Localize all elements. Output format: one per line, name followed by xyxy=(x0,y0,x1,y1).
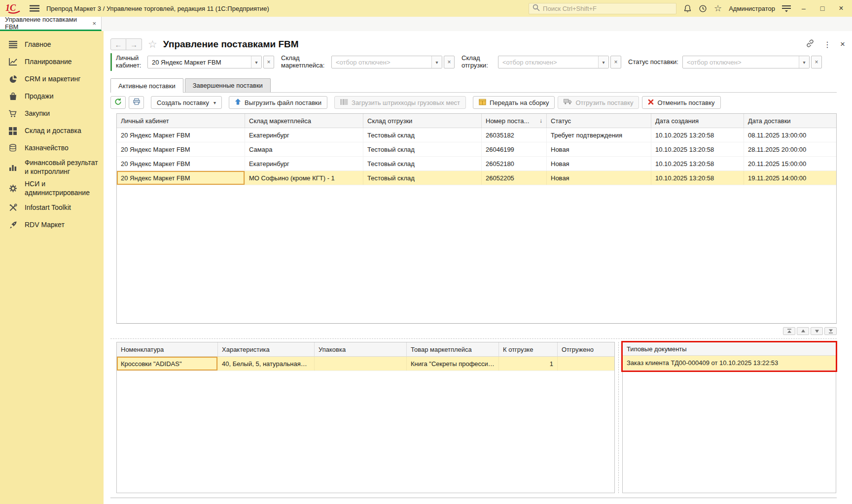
cabinet-clear-button[interactable]: × xyxy=(263,56,274,68)
cabinet-dropdown-icon[interactable]: ▾ xyxy=(251,56,261,68)
cabinet-filter-combo[interactable]: ▾ xyxy=(147,56,262,68)
column-header-mp-warehouse[interactable]: Склад маркетплейса xyxy=(245,114,363,128)
minimize-button[interactable]: – xyxy=(798,4,810,12)
sidebar-item-crm[interactable]: CRM и маркетинг xyxy=(0,70,104,88)
form-close-icon[interactable]: × xyxy=(840,39,845,49)
tab-completed-supplies[interactable]: Завершенные поставки xyxy=(185,78,271,92)
horizontal-splitter[interactable] xyxy=(110,338,837,339)
export-supply-file-button[interactable]: Выгрузить файл поставки xyxy=(229,96,327,109)
supplies-table: Личный кабинет Склад маркетплейса Склад … xyxy=(116,113,837,324)
history-icon[interactable] xyxy=(699,4,707,13)
column-header-cabinet[interactable]: Личный кабинет xyxy=(117,114,245,128)
active-filter-marker xyxy=(110,53,112,71)
ship-supply-button[interactable]: Отгрузить поставку xyxy=(558,96,639,109)
document-link-row[interactable]: Заказ клиента ТД00-000409 от 10.10.2025 … xyxy=(623,356,836,370)
shipping-warehouse-clear-button[interactable]: × xyxy=(610,56,621,68)
send-to-assembly-button[interactable]: Передать на сборку xyxy=(473,96,555,109)
sidebar-item-planning[interactable]: Планирование xyxy=(0,53,104,70)
shipping-warehouse-filter-label: Склад отгрузки: xyxy=(462,55,494,69)
status-filter-label: Статус поставки: xyxy=(628,59,678,66)
window-title: Препрод Маркет 3 / Управление торговлей,… xyxy=(46,5,269,12)
user-menu-icon[interactable] xyxy=(782,4,791,12)
sidebar-item-purchases[interactable]: Закупки xyxy=(0,105,104,122)
mp-warehouse-filter-combo[interactable]: ▾ xyxy=(331,56,442,68)
column-header-to-ship[interactable]: К отгрузке xyxy=(499,342,558,356)
go-first-row-button[interactable] xyxy=(783,327,795,335)
column-header-packaging[interactable]: Упаковка xyxy=(315,342,407,356)
sidebar-item-treasury[interactable]: Казначейство xyxy=(0,139,104,157)
print-button[interactable] xyxy=(129,96,144,109)
forward-button[interactable]: → xyxy=(126,38,142,50)
search-input[interactable] xyxy=(543,5,673,12)
row-up-button[interactable] xyxy=(797,327,809,335)
column-header-shipped[interactable]: Отгружено xyxy=(558,342,614,356)
sections-sidebar: Главное Планирование CRM и маркетинг Про… xyxy=(0,31,104,504)
sidebar-item-rdv-market[interactable]: RDV Маркет xyxy=(0,216,104,234)
export-arrow-icon xyxy=(235,99,241,106)
items-row-selected[interactable]: Кроссовки "ADIDAS" 40, Белый, 5, натурал… xyxy=(117,357,614,371)
more-actions-icon[interactable]: ⋮ xyxy=(823,40,831,49)
column-header-nomenclature[interactable]: Номенклатура xyxy=(117,342,218,356)
top-bar: 1С Препрод Маркет 3 / Управление торговл… xyxy=(0,0,852,17)
forward-icon: → xyxy=(130,40,138,49)
tab-active-supplies[interactable]: Активные поставки xyxy=(110,78,183,93)
notifications-bell-icon[interactable] xyxy=(683,4,692,13)
status-filter-combo[interactable]: ▾ xyxy=(682,56,810,68)
shipping-warehouse-dropdown-icon[interactable]: ▾ xyxy=(598,56,608,68)
row-down-button[interactable] xyxy=(811,327,823,335)
back-button[interactable]: ← xyxy=(110,38,126,50)
supplies-row-selected[interactable]: 20 Яндекс Маркет FBM МО Софьино (кроме К… xyxy=(117,171,836,185)
supplies-row[interactable]: 20 Яндекс Маркет FBM Самара Тестовый скл… xyxy=(117,142,836,157)
column-header-supply-number[interactable]: Номер поста... ↓ xyxy=(482,114,547,128)
favorites-star-icon[interactable]: ☆ xyxy=(714,4,722,13)
column-header-delivery-date[interactable]: Дата доставки xyxy=(744,114,836,128)
create-supply-button[interactable]: Создать поставку ▾ xyxy=(151,96,222,109)
refresh-button[interactable] xyxy=(110,96,126,109)
cabinet-filter-input[interactable] xyxy=(148,56,251,68)
status-dropdown-icon[interactable]: ▾ xyxy=(799,56,809,68)
column-header-created-date[interactable]: Дата создания xyxy=(651,114,744,128)
column-header-mp-product[interactable]: Товар маркетплейса xyxy=(407,342,499,356)
application-window: 1С Препрод Маркет 3 / Управление торговл… xyxy=(0,0,852,504)
go-last-row-button[interactable] xyxy=(824,327,837,335)
current-user-label[interactable]: Администратор xyxy=(729,5,775,12)
column-header-shipping-warehouse[interactable]: Склад отгрузки xyxy=(363,114,482,128)
global-search[interactable] xyxy=(529,3,676,14)
window-tab-close-icon[interactable]: × xyxy=(92,20,96,27)
mp-warehouse-clear-button[interactable]: × xyxy=(444,56,455,68)
status-filter-input[interactable] xyxy=(683,56,799,68)
sidebar-item-sales[interactable]: Продажи xyxy=(0,88,104,105)
supplies-row[interactable]: 20 Яндекс Маркет FBM Екатеринбург Тестов… xyxy=(117,128,836,142)
create-supply-dropdown-icon[interactable]: ▾ xyxy=(213,100,216,105)
favorite-star-icon[interactable]: ☆ xyxy=(148,38,157,50)
column-header-status[interactable]: Статус xyxy=(547,114,651,128)
supplies-row[interactable]: 20 Яндекс Маркет FBM Екатеринбург Тестов… xyxy=(117,157,836,171)
window-close-button[interactable]: × xyxy=(835,4,847,13)
active-cell[interactable]: 20 Яндекс Маркет FBM xyxy=(117,171,245,185)
supplies-tabs: Активные поставки Завершенные поставки xyxy=(110,78,271,92)
status-clear-button[interactable]: × xyxy=(811,56,822,68)
sidebar-item-infostart-toolkit[interactable]: Infostart Toolkit xyxy=(0,199,104,216)
get-link-icon[interactable] xyxy=(806,39,815,50)
column-header-characteristic[interactable]: Характеристика xyxy=(218,342,315,356)
cancel-supply-button[interactable]: Отменить поставку xyxy=(642,96,720,109)
sidebar-item-administration[interactable]: НСИ и администрирование xyxy=(0,178,104,199)
sidebar-item-main[interactable]: Главное xyxy=(0,36,104,53)
vertical-splitter[interactable] xyxy=(618,342,619,493)
typical-documents-panel: Типовые документы Заказ клиента ТД00-000… xyxy=(622,342,836,493)
shipping-warehouse-filter-input[interactable] xyxy=(498,56,598,68)
main-menu-hamburger-icon[interactable] xyxy=(30,5,39,12)
form-supply-management: ← → ☆ Управление поставками FBM ⋮ × Личн… xyxy=(104,31,852,504)
search-icon xyxy=(532,4,540,13)
shipping-warehouse-filter-combo[interactable]: ▾ xyxy=(498,56,609,68)
active-cell[interactable]: Кроссовки "ADIDAS" xyxy=(117,357,218,370)
window-tab-supply-management[interactable]: Управление поставками FBM × xyxy=(0,17,102,31)
barcode-icon xyxy=(340,99,348,106)
maximize-button[interactable]: □ xyxy=(816,4,828,12)
sidebar-item-finance[interactable]: Финансовый результат и контроллинг xyxy=(0,157,104,178)
mp-warehouse-dropdown-icon[interactable]: ▾ xyxy=(431,56,442,68)
mp-warehouse-filter-input[interactable] xyxy=(332,56,431,68)
sidebar-item-warehouse[interactable]: Склад и доставка xyxy=(0,122,104,139)
load-barcodes-button[interactable]: Загрузить штрихкоды грузовых мест xyxy=(334,96,466,109)
items-table-header: Номенклатура Характеристика Упаковка Тов… xyxy=(117,342,614,357)
